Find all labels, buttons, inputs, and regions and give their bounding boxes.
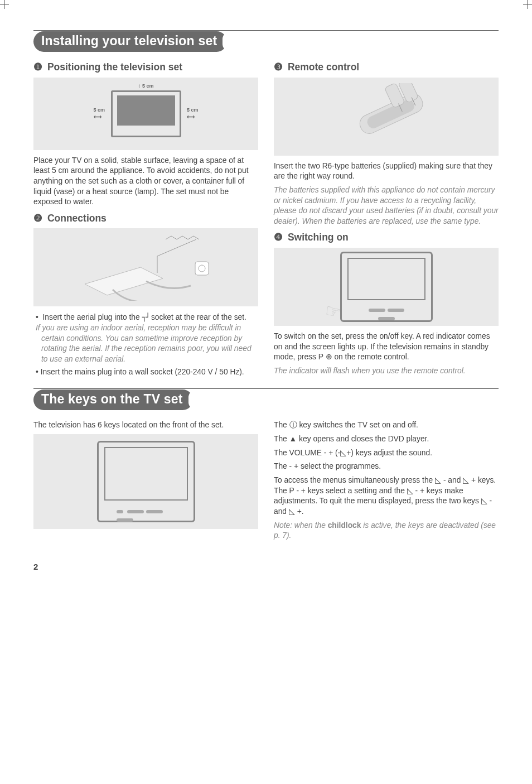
t: The VOLUME - + (- — [274, 449, 340, 457]
connections-bullet-1: Insert the aerial plug into the ┐┘ socke… — [41, 312, 258, 364]
t: - and — [441, 476, 463, 484]
step-number-1: ❶ — [33, 61, 42, 74]
vol-triangle-icon: ◺ — [407, 486, 413, 497]
keys-line-2: The ▲ key opens and closes the DVD playe… — [274, 434, 499, 445]
connections-svg — [74, 234, 219, 301]
subhead-switching-text: Switching on — [288, 232, 349, 243]
svg-line-1 — [157, 239, 196, 256]
eject-icon: ▲ — [289, 434, 297, 445]
vol-triangle-icon: ◺ — [463, 475, 469, 486]
t: The — [274, 421, 289, 429]
remote-body-text: Insert the two R6-type batteries (suppli… — [274, 161, 499, 182]
keys-line-1: The Ⓘ key switches the TV set on and off… — [274, 420, 499, 431]
t: Note: when the — [274, 521, 328, 530]
subhead-remote: ❸ Remote control — [274, 61, 499, 74]
connections-italic-note: If you are using an indoor aerial, recep… — [41, 323, 258, 365]
remote-svg — [331, 83, 442, 150]
crop-mark — [4, 0, 5, 9]
section-divider — [33, 30, 499, 31]
subhead-positioning: ❶ Positioning the television set — [33, 61, 258, 74]
illustration-remote — [274, 78, 499, 156]
illustration-connections — [33, 228, 258, 306]
section-divider-2 — [33, 388, 499, 389]
switching-body: To switch on the set, press the on/off k… — [274, 331, 499, 363]
t: +. — [295, 507, 304, 516]
subhead-positioning-text: Positioning the television set — [47, 61, 182, 73]
plus-circle-icon: ⊕ — [326, 352, 332, 363]
connections-bullet-2: Insert the mains plug into a wall socket… — [41, 367, 258, 378]
keys-note: Note: when the childlock is active, the … — [274, 521, 499, 541]
antenna-socket-icon: ┐┘ — [142, 312, 149, 321]
keys-line-4: The - + select the programmes. — [274, 461, 499, 472]
dimension-left: 5 cm — [94, 107, 105, 113]
t: key switches the TV set on and off. — [297, 421, 418, 429]
remote-italic-text: The batteries supplied with this applian… — [274, 185, 499, 227]
switching-italic-text: The indicator will flash when you use th… — [274, 366, 499, 377]
dimension-top: 5 cm — [142, 83, 154, 89]
t: key opens and closes the DVD player. — [297, 435, 429, 443]
volume-triangle-icon: ◺ — [340, 448, 346, 459]
keys-line-5: To access the menus simultaneously press… — [274, 475, 499, 517]
switching-body-b: on the remote control. — [332, 353, 409, 361]
keys-intro-text: The television has 6 keys located on the… — [33, 420, 258, 431]
positioning-body-text: Place your TV on a solid, stable surface… — [33, 156, 258, 208]
section-title-keys: The keys on the TV set — [33, 389, 193, 410]
subhead-connections: ❷ Connections — [33, 212, 258, 225]
power-icon: Ⓘ — [289, 420, 297, 431]
svg-marker-0 — [85, 267, 163, 295]
vol-triangle-icon: ◺ — [289, 507, 295, 517]
connections-bullet-1a: Insert the aerial plug into the — [43, 313, 142, 321]
step-number-4: ❹ — [274, 231, 283, 244]
connections-list: Insert the aerial plug into the ┐┘ socke… — [33, 312, 258, 377]
vol-triangle-icon: ◺ — [481, 496, 487, 507]
section-title-text: Installing your television set — [41, 33, 217, 48]
keys-line-3: The VOLUME - + (-◺+) keys adjust the sou… — [274, 448, 499, 459]
illustration-positioning: ↕ 5 cm 5 cm⟷ 5 cm⟷ — [33, 78, 258, 150]
page-number: 2 — [33, 561, 499, 573]
illustration-switching: ☞ — [274, 248, 499, 326]
vol-triangle-icon: ◺ — [435, 475, 441, 486]
crop-mark — [523, 4, 532, 5]
t: To access the menus simultaneously press… — [274, 476, 435, 484]
section-title-installing: Installing your television set — [33, 31, 227, 52]
section-title-keys-text: The keys on the TV set — [41, 392, 183, 406]
t: The — [274, 435, 289, 443]
t: +) keys adjust the sound. — [346, 449, 432, 457]
dimension-right: 5 cm — [187, 107, 199, 113]
step-number-2: ❷ — [33, 212, 42, 225]
childlock-bold: childlock — [328, 521, 361, 530]
step-number-3: ❸ — [274, 61, 283, 74]
svg-rect-3 — [195, 262, 209, 275]
hand-icon: ☞ — [322, 298, 343, 325]
connections-bullet-1b: socket at the rear of the set. — [149, 313, 246, 321]
subhead-connections-text: Connections — [47, 213, 107, 224]
crop-mark — [527, 0, 528, 9]
subhead-switching: ❹ Switching on — [274, 231, 499, 244]
illustration-tv-front — [33, 434, 258, 529]
subhead-remote-text: Remote control — [288, 61, 359, 73]
